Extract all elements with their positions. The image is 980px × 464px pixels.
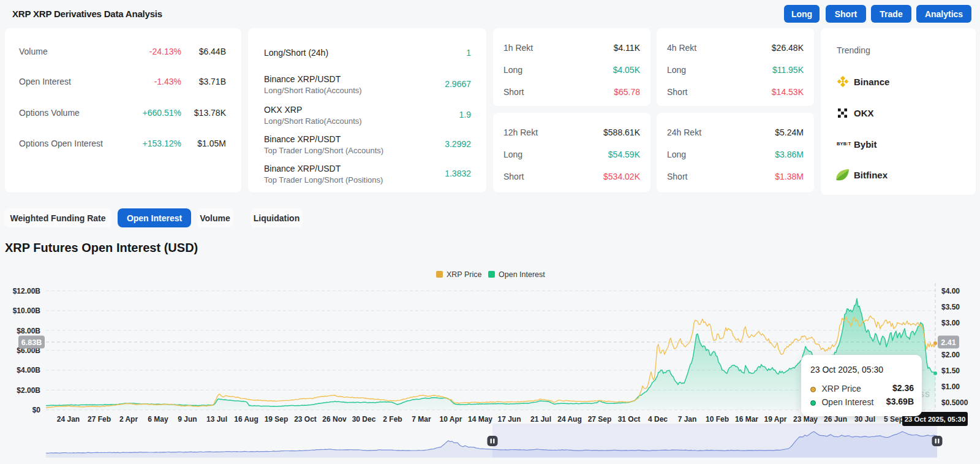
svg-text:24 Aug: 24 Aug: [557, 415, 582, 424]
svg-text:24 Jan: 24 Jan: [57, 415, 80, 424]
svg-text:5 Sep: 5 Sep: [884, 415, 903, 424]
svg-text:31 Oct: 31 Oct: [618, 415, 641, 424]
svg-text:2 Apr: 2 Apr: [119, 415, 138, 424]
svg-text:$1.00: $1.00: [941, 382, 960, 391]
svg-text:6 May: 6 May: [148, 415, 168, 424]
svg-text:26 Nov: 26 Nov: [322, 415, 347, 424]
svg-text:$8.00B: $8.00B: [17, 327, 40, 335]
svg-text:16 Aug: 16 Aug: [234, 415, 258, 424]
svg-text:$3.50: $3.50: [941, 303, 960, 311]
svg-text:2 Feb: 2 Feb: [383, 415, 402, 424]
svg-text:7 Mar: 7 Mar: [412, 415, 431, 424]
svg-text:$10.00B: $10.00B: [13, 306, 41, 315]
svg-text:13 Jul: 13 Jul: [206, 415, 227, 424]
svg-text:30 Dec: 30 Dec: [352, 415, 376, 424]
svg-text:16 Mar: 16 Mar: [735, 415, 758, 424]
svg-text:4 Dec: 4 Dec: [648, 415, 668, 424]
svg-text:10 Feb: 10 Feb: [706, 415, 729, 424]
svg-text:2.41: 2.41: [941, 338, 956, 347]
svg-text:$3.00: $3.00: [941, 319, 960, 327]
svg-text:30 Jul: 30 Jul: [854, 415, 875, 424]
svg-text:26 Jun: 26 Jun: [824, 415, 847, 424]
svg-text:9 Jun: 9 Jun: [178, 415, 197, 424]
svg-text:19 Apr: 19 Apr: [764, 415, 787, 424]
svg-text:19 Sep: 19 Sep: [265, 415, 288, 424]
svg-text:$4.00B: $4.00B: [17, 366, 40, 375]
svg-text:$0.5000: $0.5000: [941, 398, 968, 407]
svg-text:XRP Price: XRP Price: [447, 270, 481, 279]
svg-text:27 Sep: 27 Sep: [588, 415, 612, 424]
svg-text:$12.00B: $12.00B: [13, 287, 41, 295]
svg-text:$4.00: $4.00: [941, 287, 960, 295]
svg-text:23 May: 23 May: [793, 415, 818, 424]
svg-text:6.83B: 6.83B: [21, 338, 42, 347]
svg-text:23 Oct 2025, 05:30: 23 Oct 2025, 05:30: [905, 416, 966, 423]
svg-text:27 Feb: 27 Feb: [88, 415, 111, 424]
svg-text:$0: $0: [32, 406, 41, 414]
svg-text:Open Interest: Open Interest: [499, 270, 545, 279]
svg-text:10 Apr: 10 Apr: [440, 415, 462, 424]
svg-text:$1.50: $1.50: [941, 367, 960, 375]
svg-text:21 Jul: 21 Jul: [530, 415, 551, 424]
svg-text:$2.00: $2.00: [941, 351, 960, 359]
svg-text:$2.00B: $2.00B: [17, 386, 40, 395]
svg-text:17 Jun: 17 Jun: [497, 415, 521, 424]
svg-text:7 Jan: 7 Jan: [678, 415, 697, 424]
svg-text:14 May: 14 May: [468, 415, 492, 424]
svg-text:23 Oct: 23 Oct: [294, 415, 317, 424]
